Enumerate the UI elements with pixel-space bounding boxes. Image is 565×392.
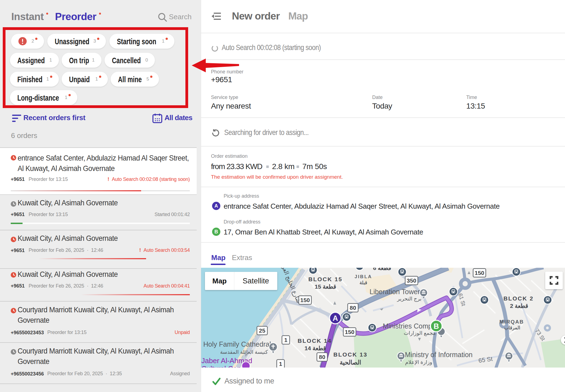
svg-text:BLOCK 14: BLOCK 14 <box>298 338 332 344</box>
svg-text:BLOCK 15: BLOCK 15 <box>308 276 342 282</box>
svg-text:25: 25 <box>259 327 265 334</box>
svg-text:MIRQAB: MIRQAB <box>499 319 524 325</box>
svg-text:الصالحية: الصالحية <box>340 359 361 366</box>
svg-text:150: 150 <box>475 270 484 276</box>
svg-text:BLOCK 13: BLOCK 13 <box>333 351 367 358</box>
svg-text:80: 80 <box>350 305 356 311</box>
svg-text:1: 1 <box>279 361 282 367</box>
svg-text:150: 150 <box>345 329 354 335</box>
svg-text:2 قطعة: 2 قطعة <box>510 303 528 309</box>
svg-text:BLOCK 2: BLOCK 2 <box>503 295 534 302</box>
svg-text:برج التحرير: برج التحرير <box>397 296 422 302</box>
svg-text:Liberation Tower: Liberation Tower <box>370 288 420 296</box>
svg-text:Holy Family Cathedral: Holy Family Cathedral <box>203 340 271 348</box>
svg-text:كنيسة العائلة المقدسة: كنيسة العائلة المقدسة <box>220 349 268 355</box>
svg-text:المرقاب: المرقاب <box>504 325 520 331</box>
svg-text:وزارة الإعلام: وزارة الإعلام <box>405 359 432 365</box>
svg-text:1: 1 <box>284 337 287 343</box>
svg-text:14 قطعة: 14 قطعة <box>305 345 326 351</box>
svg-text:B: B <box>434 322 439 330</box>
svg-text:JIBLA: JIBLA <box>355 274 372 279</box>
svg-text:قبلة: قبلة <box>360 280 367 285</box>
svg-text:Cultural Cen: Cultural Cen <box>201 365 241 368</box>
svg-text:A: A <box>333 314 338 322</box>
svg-text:قطعة 6: قطعة 6 <box>373 268 391 271</box>
svg-text:80: 80 <box>319 354 325 360</box>
svg-text:15 قطعة: 15 قطعة <box>315 283 336 290</box>
svg-text:350: 350 <box>407 277 416 284</box>
svg-text:Ministry of Information: Ministry of Information <box>405 351 473 358</box>
svg-text:مجمع الوزارات: مجمع الوزارات <box>404 330 436 336</box>
